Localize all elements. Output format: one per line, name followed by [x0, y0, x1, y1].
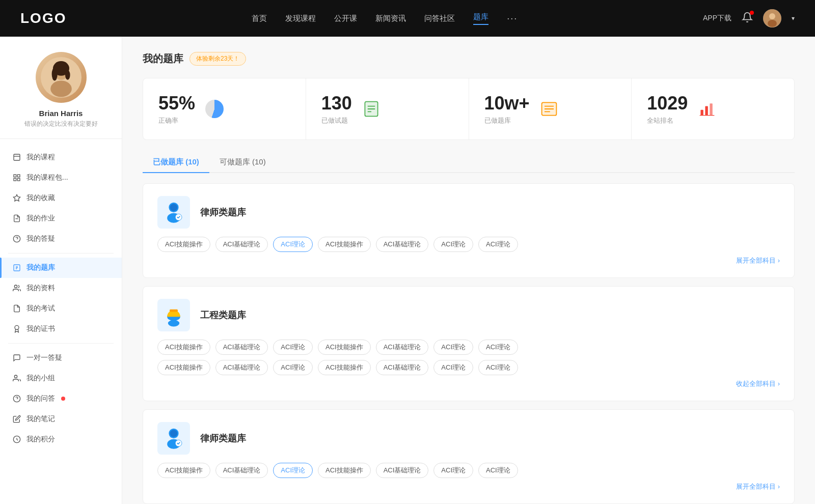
bank-1-tags-container: ACI技能操作 ACI基础理论 ACI理论 ACI技能操作 ACI基础理论 AC…: [157, 237, 780, 265]
bank-3-tag-6[interactable]: ACI理论: [478, 463, 518, 478]
engineer-bank-icon: [157, 299, 190, 331]
bank-1-tags-row: ACI技能操作 ACI基础理论 ACI理论 ACI技能操作 ACI基础理论 AC…: [157, 237, 780, 252]
sidebar-item-homework[interactable]: 我的作业: [0, 208, 122, 229]
bank-2-tags-row-2: ACI技能操作 ACI基础理论 ACI理论 ACI技能操作 ACI基础理论 AC…: [157, 360, 780, 375]
bank-3-tag-3[interactable]: ACI技能操作: [318, 463, 371, 478]
svg-point-52: [170, 430, 177, 437]
svg-rect-12: [17, 175, 20, 177]
tab-available-banks[interactable]: 可做题库 (10): [209, 152, 276, 173]
nav-home[interactable]: 首页: [252, 14, 267, 23]
bank-2-tag-r2-5[interactable]: ACI理论: [433, 360, 473, 375]
svg-point-2: [768, 20, 777, 27]
accuracy-value: 55%: [158, 93, 195, 114]
bank-1-tag-5[interactable]: ACI理论: [433, 237, 473, 252]
sidebar-item-points[interactable]: 我的积分: [0, 429, 122, 450]
bank-2-tag-2[interactable]: ACI理论: [273, 340, 313, 355]
nav-qa[interactable]: 问答社区: [424, 14, 455, 23]
notebook-icon: [360, 98, 383, 120]
profile-section: Brian Harris 错误的决定比没有决定要好: [0, 52, 122, 139]
sidebar-item-question-bank[interactable]: 我的题库: [0, 258, 122, 278]
bank-2-tag-r2-1[interactable]: ACI基础理论: [215, 360, 268, 375]
nav-news[interactable]: 新闻资讯: [375, 14, 406, 23]
bank-2-tag-3[interactable]: ACI技能操作: [318, 340, 371, 355]
bank-2-tag-5[interactable]: ACI理论: [433, 340, 473, 355]
bank-2-tag-r2-3[interactable]: ACI技能操作: [318, 360, 371, 375]
bank-1-tag-6[interactable]: ACI理论: [478, 237, 518, 252]
nav-logo[interactable]: LOGO: [20, 10, 66, 26]
nav-right: APP下载 ▾: [703, 9, 795, 27]
cert-icon: [12, 324, 21, 333]
materials-icon: [12, 284, 21, 293]
sidebar-item-exams[interactable]: 我的考试: [0, 298, 122, 319]
stat-done-questions-values: 130 已做试题: [321, 93, 352, 125]
bank-2-tag-r2-4[interactable]: ACI基础理论: [376, 360, 429, 375]
star-icon: [12, 193, 21, 203]
bank-1-tag-1[interactable]: ACI基础理论: [215, 237, 268, 252]
notes-icon: [12, 414, 21, 424]
sidebar-item-my-qa[interactable]: 我的问答: [0, 388, 122, 409]
bank-2-tag-0[interactable]: ACI技能操作: [157, 340, 210, 355]
nav-more[interactable]: ···: [507, 13, 518, 24]
bank-card-lawyer-2: 律师类题库 ACI技能操作 ACI基础理论 ACI理论 ACI技能操作 ACI基…: [143, 409, 795, 504]
bank-2-tag-r2-6[interactable]: ACI理论: [478, 360, 518, 375]
qa-notification-dot: [61, 397, 65, 401]
nav-question-bank[interactable]: 题库: [473, 12, 488, 25]
sidebar-item-course-packages[interactable]: 我的课程包...: [0, 167, 122, 188]
nav-links: 首页 发现课程 公开课 新闻资讯 问答社区 题库 ···: [252, 12, 518, 25]
svg-rect-41: [710, 103, 713, 115]
bank-3-tag-0[interactable]: ACI技能操作: [157, 463, 210, 478]
sidebar-item-materials[interactable]: 我的资料: [0, 278, 122, 298]
lawyer-bank-icon: [157, 196, 190, 229]
lawyer2-bank-icon: [157, 422, 190, 455]
svg-point-23: [14, 285, 17, 288]
bank-3-tag-2[interactable]: ACI理论: [273, 463, 313, 478]
bank-2-tag-1[interactable]: ACI基础理论: [215, 340, 268, 355]
svg-point-49: [168, 320, 179, 327]
svg-rect-13: [14, 178, 16, 181]
sidebar-item-notes[interactable]: 我的笔记: [0, 409, 122, 429]
bank-3-tags-row: ACI技能操作 ACI基础理论 ACI理论 ACI技能操作 ACI基础理论 AC…: [157, 463, 780, 478]
bank-2-tag-r2-2[interactable]: ACI理论: [273, 360, 313, 375]
sidebar-item-qa[interactable]: 我的答疑: [0, 229, 122, 249]
stat-accuracy-values: 55% 正确率: [158, 93, 195, 125]
trial-badge: 体验剩余23天！: [189, 52, 246, 66]
profile-avatar: [36, 52, 87, 103]
bank-3-tags-container: ACI技能操作 ACI基础理论 ACI理论 ACI技能操作 ACI基础理论 AC…: [157, 463, 780, 491]
bar-chart-icon: [696, 98, 718, 120]
bank-3-tag-1[interactable]: ACI基础理论: [215, 463, 268, 478]
profile-motto: 错误的决定比没有决定要好: [10, 120, 112, 128]
nav-discover[interactable]: 发现课程: [285, 14, 316, 23]
course-icon: [12, 153, 21, 162]
bank-2-tags-container: ACI技能操作 ACI基础理论 ACI理论 ACI技能操作 ACI基础理论 AC…: [157, 340, 780, 388]
app-download-button[interactable]: APP下载: [703, 14, 731, 23]
bank-1-expand-link[interactable]: 展开全部科目 ›: [736, 256, 780, 265]
bank-1-tags-footer: 展开全部科目 ›: [157, 256, 780, 265]
bank-1-tag-0[interactable]: ACI技能操作: [157, 237, 210, 252]
svg-point-25: [14, 375, 17, 378]
bank-2-tag-6[interactable]: ACI理论: [478, 340, 518, 355]
nav-open-course[interactable]: 公开课: [334, 14, 357, 23]
sidebar-item-favorites[interactable]: 我的收藏: [0, 188, 122, 208]
notification-bell[interactable]: [742, 12, 753, 25]
sidebar-item-groups[interactable]: 我的小组: [0, 368, 122, 388]
sidebar-item-one-on-one[interactable]: 一对一答疑: [0, 348, 122, 368]
svg-point-7: [51, 68, 57, 81]
avatar[interactable]: [763, 9, 781, 27]
bank-1-tag-3[interactable]: ACI技能操作: [318, 237, 371, 252]
bank-2-tags-footer: 收起全部科目 ›: [157, 379, 780, 388]
tab-done-banks[interactable]: 已做题库 (10): [143, 152, 209, 173]
bank-3-expand-link[interactable]: 展开全部科目 ›: [736, 482, 780, 491]
bank-2-collapse-link[interactable]: 收起全部科目 ›: [736, 379, 780, 388]
bank-3-tag-5[interactable]: ACI理论: [433, 463, 473, 478]
sidebar-item-certificates[interactable]: 我的证书: [0, 319, 122, 339]
bank-3-tag-4[interactable]: ACI基础理论: [376, 463, 429, 478]
bank-card-header-2: 工程类题库: [157, 299, 780, 331]
bank-2-tag-4[interactable]: ACI基础理论: [376, 340, 429, 355]
user-dropdown-icon[interactable]: ▾: [792, 15, 795, 22]
done-questions-label: 已做试题: [321, 116, 352, 125]
sidebar-item-my-courses[interactable]: 我的课程: [0, 147, 122, 167]
bank-1-tag-2[interactable]: ACI理论: [273, 237, 313, 252]
bank-1-tag-4[interactable]: ACI基础理论: [376, 237, 429, 252]
svg-rect-9: [14, 154, 20, 160]
bank-2-tag-r2-0[interactable]: ACI技能操作: [157, 360, 210, 375]
